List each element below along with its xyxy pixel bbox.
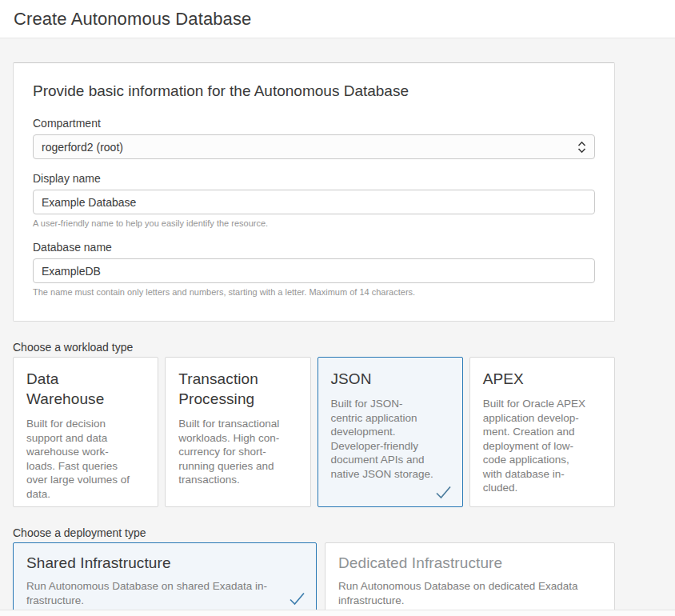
database-name-field: Database name The name must contain only… bbox=[33, 241, 595, 297]
display-name-input[interactable] bbox=[33, 190, 595, 214]
deployment-card-row: Shared Infrastructure Run Autonomous Dat… bbox=[13, 542, 615, 614]
database-name-input[interactable] bbox=[33, 258, 595, 283]
deployment-card-shared[interactable]: Shared Infrastructure Run Autonomous Dat… bbox=[13, 542, 317, 614]
deployment-card-description: Run Autonomous Database on dedicated Exa… bbox=[338, 579, 601, 607]
basic-info-heading: Provide basic information for the Autono… bbox=[33, 82, 595, 100]
deployment-type-label: Choose a deployment type bbox=[13, 526, 615, 539]
workload-card-description: Built for transactional workloads. High … bbox=[178, 417, 297, 487]
display-name-label: Display name bbox=[33, 172, 595, 185]
database-name-help: The name must contain only letters and n… bbox=[33, 287, 595, 297]
workload-card-title: Data Warehouse bbox=[26, 369, 145, 409]
deployment-card-title: Shared Infrastructure bbox=[26, 553, 303, 573]
workload-card-data-warehouse[interactable]: Data Warehouse Built for decision suppor… bbox=[13, 357, 158, 507]
next-section-edge bbox=[0, 610, 675, 616]
compartment-field: Compartment rogerford2 (root) bbox=[33, 117, 595, 159]
compartment-selected-value: rogerford2 (root) bbox=[42, 141, 123, 154]
workload-card-apex[interactable]: APEX Built for Oracle APEX application d… bbox=[469, 357, 615, 507]
workload-card-description: Built for decision support and data ware… bbox=[26, 417, 145, 501]
compartment-label: Compartment bbox=[33, 117, 595, 130]
workload-card-title: APEX bbox=[483, 369, 601, 389]
compartment-select[interactable]: rogerford2 (root) bbox=[33, 134, 595, 159]
workload-card-json[interactable]: JSON Built for JSON- centric application… bbox=[318, 357, 463, 507]
deployment-card-description: Run Autonomous Database on shared Exadat… bbox=[26, 579, 303, 607]
workload-card-title: JSON bbox=[331, 369, 449, 389]
workload-card-description: Built for Oracle APEX application develo… bbox=[483, 397, 601, 495]
check-icon bbox=[289, 592, 306, 606]
page-header: Create Autonomous Database bbox=[0, 0, 675, 38]
select-chevrons-icon bbox=[577, 141, 586, 154]
display-name-help: A user-friendly name to help you easily … bbox=[33, 218, 595, 228]
check-icon bbox=[435, 486, 452, 499]
workload-card-row: Data Warehouse Built for decision suppor… bbox=[13, 357, 615, 507]
create-adb-form: Provide basic information for the Autono… bbox=[13, 62, 615, 614]
workload-card-description: Built for JSON- centric application deve… bbox=[331, 397, 449, 481]
basic-info-panel: Provide basic information for the Autono… bbox=[13, 62, 615, 322]
page-title: Create Autonomous Database bbox=[14, 9, 251, 30]
workload-card-title: Transaction Processing bbox=[178, 369, 297, 409]
display-name-field: Display name A user-friendly name to hel… bbox=[33, 172, 595, 228]
workload-type-label: Choose a workload type bbox=[13, 341, 615, 354]
deployment-card-dedicated[interactable]: Dedicated Infrastructure Run Autonomous … bbox=[325, 542, 615, 614]
database-name-label: Database name bbox=[33, 241, 595, 254]
workload-card-transaction-processing[interactable]: Transaction Processing Built for transac… bbox=[165, 357, 310, 507]
deployment-card-title: Dedicated Infrastructure bbox=[338, 553, 601, 573]
